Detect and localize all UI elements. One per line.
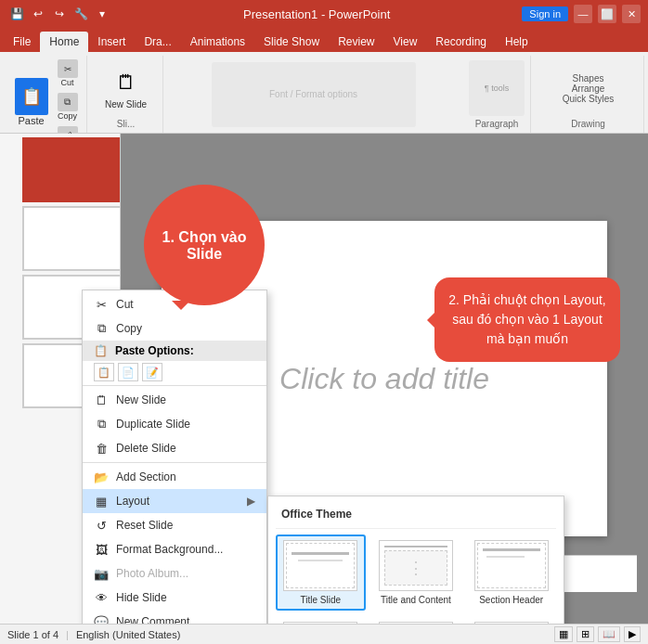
slideshow-btn[interactable]: ▶	[624, 626, 641, 642]
redo-icon[interactable]: ↪	[50, 5, 69, 23]
tab-file[interactable]: File	[4, 32, 40, 52]
cut-icon: ✂	[94, 297, 109, 312]
paste-opt-2[interactable]: 📄	[118, 363, 138, 381]
quick-styles-label: Quick Styles	[563, 94, 615, 104]
layout-title-content[interactable]: ⋮ Title and Content	[371, 535, 461, 611]
ctx-format-bg[interactable]: 🖼 Format Background...	[83, 537, 266, 561]
layout-thumb-sh	[474, 540, 549, 591]
minimize-button[interactable]: —	[574, 5, 592, 23]
paste-opt-3[interactable]: 📝	[142, 363, 162, 381]
status-sep: |	[66, 629, 69, 640]
layout-icon: ▦	[94, 494, 109, 509]
tab-recording[interactable]: Recording	[426, 32, 496, 52]
tab-insert[interactable]: Insert	[88, 32, 135, 52]
reset-icon: ↺	[94, 518, 109, 533]
main-area: 1 2 3 4 Click to add title Click to add …	[0, 134, 648, 624]
cut-button[interactable]: ✂ Cut	[56, 58, 80, 89]
paste-opt-1[interactable]: 📋	[94, 363, 114, 381]
tab-draw[interactable]: Dra...	[135, 32, 180, 52]
ctx-add-section[interactable]: 📂 Add Section	[83, 465, 266, 489]
layout-comparison[interactable]: ⋮ ⋮ Comparison	[371, 616, 461, 624]
paragraph-content: ¶ tools	[469, 58, 525, 119]
ctx-delete-label: Delete Slide	[116, 442, 176, 455]
layout-thumb-comp: ⋮ ⋮	[379, 622, 453, 624]
duplicate-icon: ⧉	[94, 417, 109, 431]
paste-button[interactable]: 📋 Paste	[11, 74, 52, 130]
delete-icon: 🗑	[94, 441, 109, 456]
ctx-format-bg-label: Format Background...	[116, 543, 223, 556]
ctx-copy[interactable]: ⧉ Copy	[83, 316, 266, 341]
ctx-paste-options: 📋 Paste Options:	[83, 341, 266, 361]
ctx-hide-slide[interactable]: 👁 Hide Slide	[83, 586, 266, 610]
ctx-layout-arrow: ▶	[247, 495, 255, 508]
drawing-group: Shapes Arrange Quick Styles Drawing	[533, 56, 644, 133]
layout-thumb-title	[283, 540, 357, 591]
layout-title-only[interactable]: Title Only	[466, 616, 556, 624]
photo-album-icon: 📷	[94, 566, 109, 581]
maximize-button[interactable]: ⬜	[598, 5, 616, 23]
paste-options-row: 📋 📄 📝	[83, 361, 266, 383]
tab-help[interactable]: Help	[496, 32, 538, 52]
ctx-new-slide[interactable]: 🗒 New Slide	[83, 388, 266, 412]
new-slide-ctx-icon: 🗒	[94, 393, 109, 407]
add-section-icon: 📂	[94, 470, 109, 484]
paragraph-label: Paragraph	[475, 119, 519, 131]
tab-review[interactable]: Review	[329, 32, 383, 52]
more-icon[interactable]: 🔧	[71, 5, 90, 23]
layout-tc-label: Title and Content	[381, 595, 451, 605]
ctx-sep-2	[83, 462, 266, 463]
shapes-label: Shapes	[573, 73, 604, 84]
copy-button[interactable]: ⧉ Copy	[56, 91, 80, 122]
layout-thumb-twoc: ⋮ ⋮	[283, 622, 357, 624]
slide-count: Slide 1 of 4	[7, 629, 58, 640]
ctx-new-comment[interactable]: 💬 New Comment	[83, 610, 266, 624]
ctx-reset-label: Reset Slide	[116, 519, 173, 532]
undo-icon[interactable]: ↩	[29, 5, 47, 23]
comment-icon: 💬	[94, 614, 109, 624]
layout-grid: Title Slide ⋮ Title and Content Section …	[276, 535, 556, 624]
new-slide-icon: 🗒	[111, 68, 141, 97]
ctx-reset-slide[interactable]: ↺ Reset Slide	[83, 513, 266, 537]
title-bar-controls: Sign in — ⬜ ✕	[522, 5, 641, 23]
clipboard-group: 📋 Paste ✂ Cut ⧉ Copy 🖌 Clipboard	[4, 56, 87, 133]
ctx-duplicate-slide[interactable]: ⧉ Duplicate Slide	[83, 412, 266, 436]
layout-two-content[interactable]: ⋮ ⋮ Two Content	[276, 616, 366, 624]
dropdown-icon[interactable]: ▾	[93, 5, 111, 23]
layout-title-slide[interactable]: Title Slide	[276, 535, 366, 611]
ctx-delete-slide[interactable]: 🗑 Delete Slide	[83, 436, 266, 460]
tab-view[interactable]: View	[384, 32, 427, 52]
new-slide-button[interactable]: 🗒 New Slide	[99, 66, 152, 111]
slide-2-thumb[interactable]	[22, 206, 121, 271]
save-icon[interactable]: 💾	[7, 5, 26, 23]
tab-animations[interactable]: Animations	[181, 32, 254, 52]
paste-options-icon: 📋	[94, 344, 108, 357]
paragraph-group: ¶ tools Paragraph	[463, 56, 531, 133]
ctx-layout[interactable]: ▦ Layout ▶	[83, 489, 266, 513]
slide-sorter-btn[interactable]: ⊞	[577, 626, 594, 642]
ctx-duplicate-label: Duplicate Slide	[116, 418, 190, 431]
ctx-hide-label: Hide Slide	[116, 591, 167, 604]
layout-thumb-tc: ⋮	[379, 540, 453, 591]
ribbon-tabs: File Home Insert Dra... Animations Slide…	[0, 28, 648, 52]
copy-ctx-icon: ⧉	[94, 321, 109, 336]
slide-1-thumb[interactable]	[22, 137, 121, 202]
ctx-cut-label: Cut	[116, 298, 134, 311]
close-button[interactable]: ✕	[622, 5, 641, 23]
arrange-label: Arrange	[572, 84, 605, 94]
reading-view-btn[interactable]: 📖	[598, 626, 620, 642]
normal-view-btn[interactable]: ▦	[554, 626, 573, 642]
paste-label: Paste	[18, 115, 44, 126]
tab-home[interactable]: Home	[40, 32, 88, 52]
ctx-paste-options-label: Paste Options:	[115, 344, 194, 357]
copy-icon: ⧉	[58, 93, 78, 111]
ctx-photo-album-label: Photo Album...	[116, 567, 188, 580]
paragraph-tools: ¶ tools	[469, 60, 525, 116]
sign-in-button[interactable]: Sign in	[522, 6, 568, 21]
callout-1: 1. Chọn vào Slide	[144, 185, 265, 305]
layout-section-header[interactable]: Section Header	[466, 535, 556, 611]
tab-slideshow[interactable]: Slide Show	[254, 32, 329, 52]
layout-submenu: Office Theme Title Slide ⋮ Title and Con…	[267, 496, 564, 624]
title-bar: 💾 ↩ ↪ 🔧 ▾ Presentation1 - PowerPoint Sig…	[0, 0, 648, 28]
ctx-layout-label: Layout	[116, 495, 149, 508]
ctx-photo-album: 📷 Photo Album...	[83, 561, 266, 586]
